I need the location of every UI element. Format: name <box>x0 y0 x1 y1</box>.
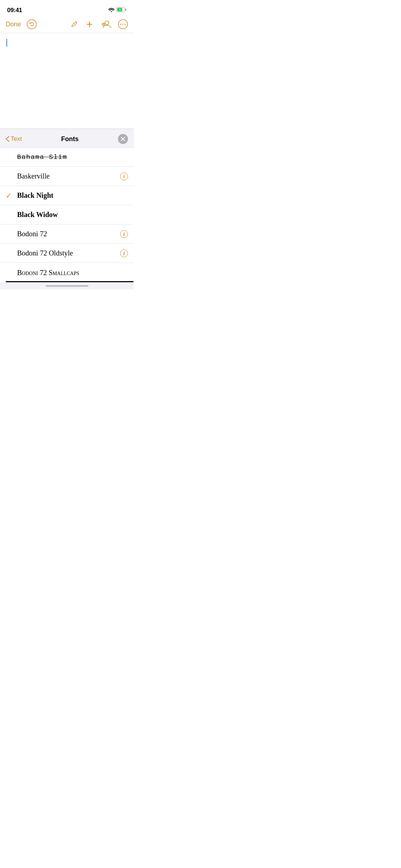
add-button[interactable] <box>85 20 94 29</box>
font-item-bodoni-72-smallcaps[interactable]: Bodoni 72 Smallcaps <box>0 263 134 282</box>
font-item-black-widow[interactable]: Black Widow <box>0 205 134 224</box>
text-cursor <box>6 39 7 47</box>
toolbar: Done <box>0 16 134 33</box>
svg-point-9 <box>125 24 126 25</box>
toolbar-right <box>69 19 128 29</box>
font-name-bodoni-72-oldstyle: Bodoni 72 Oldstyle <box>17 249 120 257</box>
brush-button[interactable] <box>69 19 79 29</box>
undo-button[interactable] <box>27 19 37 29</box>
info-icon-baskerville[interactable]: i <box>120 172 128 180</box>
toolbar-left: Done <box>6 19 37 29</box>
selected-checkmark: ✓ <box>6 191 12 200</box>
font-name-baskerville: Baskerville <box>17 172 120 180</box>
done-button[interactable]: Done <box>6 21 21 28</box>
font-item-black-night[interactable]: ✓ Black Night <box>0 186 134 205</box>
back-to-text-button[interactable]: Text <box>6 135 22 143</box>
wifi-icon <box>108 7 114 14</box>
svg-point-3 <box>27 20 36 29</box>
close-panel-button[interactable] <box>118 134 128 144</box>
panel-title: Fonts <box>61 135 79 143</box>
fonts-panel: Text Fonts Bahama Slim Baskerville i ✓ B… <box>0 129 134 289</box>
font-item-bodoni-72[interactable]: Bodoni 72 i <box>0 224 134 244</box>
svg-point-8 <box>123 24 124 25</box>
status-icons <box>108 7 127 14</box>
info-icon-bodoni-72[interactable]: i <box>120 230 128 238</box>
font-list: Bahama Slim Baskerville i ✓ Black Night … <box>0 148 134 282</box>
svg-rect-1 <box>125 9 127 11</box>
font-name-black-widow: Black Widow <box>17 211 128 219</box>
more-button[interactable] <box>118 19 128 29</box>
font-item-bahama-slim[interactable]: Bahama Slim <box>0 148 134 167</box>
font-item-bodoni-72-oldstyle[interactable]: Bodoni 72 Oldstyle i <box>0 244 134 263</box>
add-collaborator-button[interactable] <box>100 19 112 29</box>
info-icon-bodoni-72-oldstyle[interactable]: i <box>120 249 128 257</box>
back-label: Text <box>11 135 22 143</box>
battery-icon <box>117 7 127 14</box>
font-name-black-night: Black Night <box>17 191 128 200</box>
home-indicator <box>0 282 134 289</box>
font-name-bodoni-72-smallcaps: Bodoni 72 Smallcaps <box>17 269 128 277</box>
svg-point-7 <box>120 24 122 25</box>
status-bar: 09:41 <box>0 0 134 16</box>
font-name-bahama-slim: Bahama Slim <box>17 154 128 161</box>
panel-header: Text Fonts <box>0 129 134 148</box>
status-time: 09:41 <box>7 7 22 14</box>
svg-point-4 <box>105 21 109 25</box>
font-name-bodoni-72: Bodoni 72 <box>17 230 120 238</box>
home-bar <box>46 285 88 287</box>
font-item-baskerville[interactable]: Baskerville i <box>0 167 134 186</box>
